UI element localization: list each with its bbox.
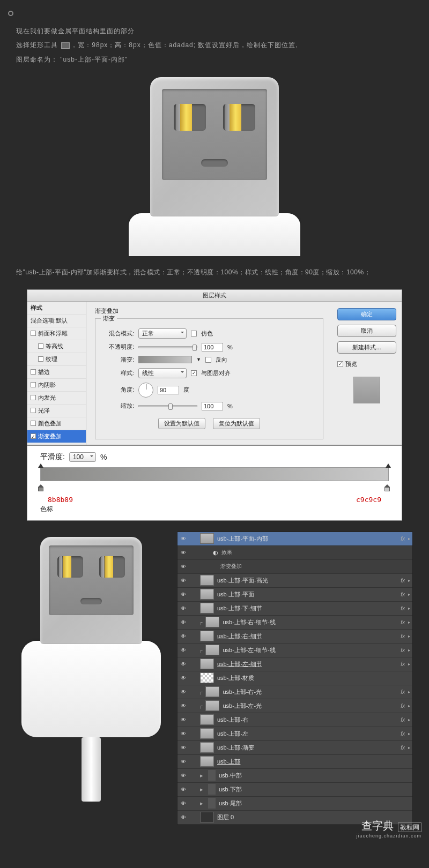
- arrow-icon[interactable]: ▸: [408, 592, 412, 597]
- reset-default-button[interactable]: 复位为默认值: [213, 418, 260, 429]
- layer-row[interactable]: 👁usb-上部-下-细节fx▸: [177, 602, 412, 616]
- fx-badge[interactable]: fx: [401, 703, 408, 709]
- visibility-icon[interactable]: 👁: [177, 717, 189, 723]
- gradient-bar[interactable]: [40, 467, 389, 481]
- visibility-icon[interactable]: 👁: [177, 773, 189, 779]
- layer-row[interactable]: 👁usb-上部-右fx▸: [177, 713, 412, 727]
- style-item[interactable]: 描边: [27, 366, 86, 379]
- style-item-selected[interactable]: 渐变叠加: [27, 430, 86, 443]
- layer-row[interactable]: 👁usb-上部: [177, 755, 412, 769]
- arrow-icon[interactable]: ▸: [408, 620, 412, 625]
- fx-badge[interactable]: fx: [401, 578, 408, 583]
- reverse-checkbox[interactable]: [205, 357, 211, 363]
- style-item[interactable]: 内阴影: [27, 379, 86, 392]
- arrow-icon[interactable]: ▸: [408, 704, 412, 708]
- arrow-icon[interactable]: ▸: [408, 662, 412, 667]
- layer-row[interactable]: 👁┌usb-上部-左-细节-线fx▸: [177, 643, 412, 657]
- visibility-icon[interactable]: 👁: [177, 731, 189, 737]
- layer-row[interactable]: 👁usb-上部-材质: [177, 671, 412, 685]
- arrow-icon[interactable]: ▸: [408, 578, 412, 583]
- arrow-icon[interactable]: ▸: [408, 634, 412, 639]
- visibility-icon[interactable]: 👁: [177, 550, 189, 556]
- fx-badge[interactable]: fx: [401, 605, 408, 611]
- checkbox-icon[interactable]: [31, 433, 36, 439]
- arrow-icon[interactable]: ▸: [200, 786, 203, 793]
- arrow-icon[interactable]: ▸: [200, 772, 203, 779]
- checkbox-icon[interactable]: [38, 356, 43, 362]
- style-item[interactable]: 内发光: [27, 392, 86, 405]
- blend-options[interactable]: 混合选项:默认: [27, 315, 86, 327]
- layer-row[interactable]: 👁usb-上部-平面fx▸: [177, 588, 412, 602]
- layer-row[interactable]: 👁◐效果: [177, 546, 412, 560]
- fx-badge[interactable]: fx: [401, 619, 408, 625]
- style-item[interactable]: 光泽: [27, 405, 86, 417]
- arrow-icon[interactable]: ▸: [408, 648, 412, 653]
- arrow-icon[interactable]: ▸: [408, 717, 412, 722]
- angle-dial[interactable]: [138, 383, 153, 398]
- visibility-icon[interactable]: 👁: [177, 605, 189, 611]
- layer-row[interactable]: 👁┌usb-上部-右-光fx▸: [177, 685, 412, 699]
- checkbox-icon[interactable]: [31, 369, 36, 375]
- cancel-button[interactable]: 取消: [337, 325, 396, 337]
- layer-row[interactable]: 👁usb-上部-平面-内部fx▸: [177, 532, 412, 546]
- arrow-icon[interactable]: ▸: [408, 745, 412, 750]
- layer-row[interactable]: 👁┌usb-上部-右-细节-线fx▸: [177, 616, 412, 630]
- checkbox-icon[interactable]: [31, 331, 36, 336]
- visibility-icon[interactable]: 👁: [177, 619, 189, 625]
- scale-slider[interactable]: [138, 405, 197, 407]
- layer-row[interactable]: 👁usb-上部-渐变fx▸: [177, 741, 412, 755]
- dither-checkbox[interactable]: [191, 331, 197, 336]
- layer-row[interactable]: 👁▸usb-下部: [177, 783, 412, 797]
- arrow-icon[interactable]: ▸: [200, 800, 203, 807]
- checkbox-icon[interactable]: [31, 395, 36, 400]
- visibility-icon[interactable]: 👁: [177, 592, 189, 597]
- angle-input[interactable]: 90: [158, 386, 179, 394]
- align-checkbox[interactable]: ✓: [191, 370, 197, 376]
- style-item[interactable]: 纹理: [27, 353, 86, 366]
- scale-input[interactable]: 100: [202, 402, 223, 410]
- fx-badge[interactable]: fx: [401, 717, 408, 723]
- fx-badge[interactable]: fx: [401, 731, 408, 737]
- layer-row[interactable]: 👁▸usb-中部: [177, 769, 412, 783]
- preview-checkbox[interactable]: ✓: [337, 361, 343, 367]
- fx-badge[interactable]: fx: [401, 745, 408, 751]
- fx-badge[interactable]: fx: [401, 592, 408, 597]
- new-style-button[interactable]: 新建样式...: [337, 341, 396, 354]
- visibility-icon[interactable]: 👁: [177, 633, 189, 639]
- arrow-icon[interactable]: ▸: [408, 606, 412, 611]
- arrow-icon[interactable]: ▸: [408, 731, 412, 736]
- layer-row[interactable]: 👁usb-上部-左fx▸: [177, 727, 412, 741]
- visibility-icon[interactable]: 👁: [177, 647, 189, 653]
- color-stop-icon[interactable]: [38, 487, 45, 493]
- layer-row[interactable]: 👁┌usb-上部-左-光fx▸: [177, 699, 412, 713]
- visibility-icon[interactable]: 👁: [177, 703, 189, 709]
- layer-row[interactable]: 👁usb-上部-右-细节fx▸: [177, 630, 412, 643]
- fx-badge[interactable]: fx: [401, 536, 408, 542]
- style-item[interactable]: 等高线: [27, 340, 86, 353]
- arrow-icon[interactable]: ▸: [408, 536, 412, 541]
- arrow-icon[interactable]: ▸: [408, 690, 412, 694]
- style-item[interactable]: 斜面和浮雕: [27, 327, 86, 340]
- fx-badge[interactable]: fx: [401, 689, 408, 695]
- visibility-icon[interactable]: 👁: [177, 536, 189, 542]
- set-default-button[interactable]: 设置为默认值: [158, 418, 205, 429]
- visibility-icon[interactable]: 👁: [177, 787, 189, 792]
- visibility-icon[interactable]: 👁: [177, 745, 189, 751]
- visibility-icon[interactable]: 👁: [177, 578, 189, 583]
- layer-row[interactable]: 👁usb-上部-左-细节fx▸: [177, 657, 412, 671]
- layer-row[interactable]: 👁usb-上部-平面-高光fx▸: [177, 574, 412, 588]
- layer-row[interactable]: 👁▸usb-尾部: [177, 797, 412, 811]
- fx-badge[interactable]: fx: [401, 647, 408, 653]
- opacity-stop-icon[interactable]: [386, 462, 391, 468]
- opacity-stop-icon[interactable]: [38, 462, 43, 468]
- visibility-icon[interactable]: 👁: [177, 661, 189, 667]
- opacity-slider[interactable]: [138, 346, 197, 348]
- checkbox-icon[interactable]: [38, 343, 43, 349]
- fx-badge[interactable]: fx: [401, 633, 408, 639]
- visibility-icon[interactable]: 👁: [177, 759, 189, 765]
- style-item[interactable]: 颜色叠加: [27, 417, 86, 430]
- smoothness-input[interactable]: 100: [69, 452, 96, 462]
- checkbox-icon[interactable]: [31, 421, 36, 426]
- visibility-icon[interactable]: 👁: [177, 800, 189, 806]
- color-stop-icon[interactable]: [384, 487, 391, 493]
